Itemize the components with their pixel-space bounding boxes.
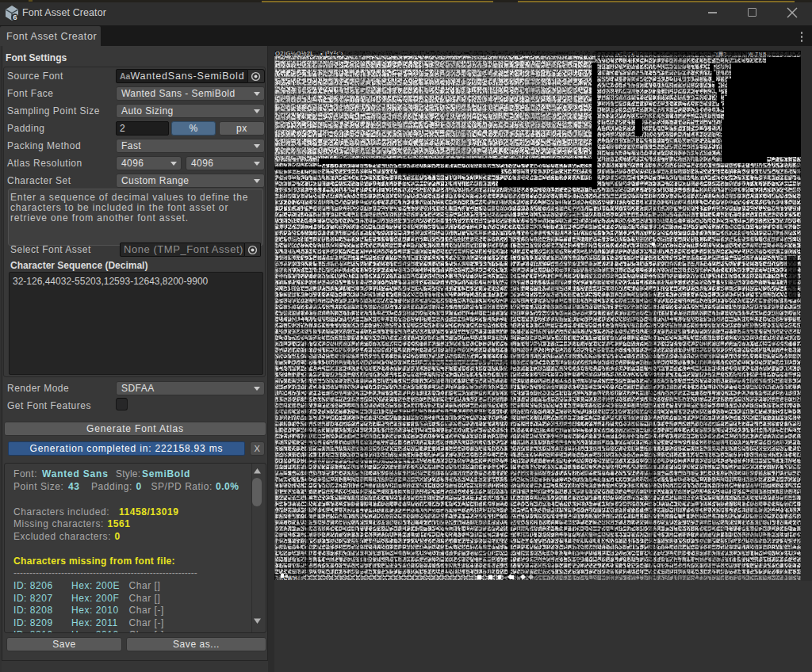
svg-text:W.TNB: W.TNB bbox=[749, 52, 767, 56]
svg-text:O2|G¼Q½2L…•´|³Y²‹ˋ›: O2|G¼Q½2L…•´|³Y²‹ˋ› bbox=[275, 51, 343, 57]
svg-text:·•¨¯·¨•¯·¨: ·•¨¯·¨•¯·¨ bbox=[615, 52, 643, 56]
svg-text:6: 6 bbox=[13, 13, 17, 21]
svg-text:Ύ΢?: Ύ΢? bbox=[714, 52, 726, 56]
